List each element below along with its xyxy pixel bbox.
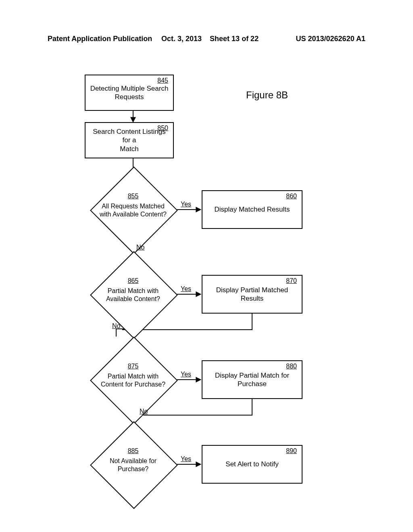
label-no-875: No	[140, 408, 148, 415]
label-no-865: No	[112, 322, 120, 330]
ref-880: 880	[286, 363, 297, 370]
label-yes-865: Yes	[181, 285, 191, 293]
label-no-855: No	[136, 244, 144, 251]
step-845-text: Detecting Multiple SearchRequests	[86, 84, 173, 102]
decision-855: 855 All Requests Matchedwith Available C…	[94, 193, 172, 218]
step-870-text: Display Partial Matched Results	[202, 286, 302, 303]
label-yes-855: Yes	[181, 201, 191, 208]
pub-type: Patent Application Publication	[48, 35, 152, 43]
decision-885-text: Not Available forPurchase?	[110, 457, 156, 472]
decision-885: 885 Not Available forPurchase?	[101, 447, 165, 473]
step-850: 850 Search Content Listings for aMatch	[85, 122, 174, 158]
ref-860: 860	[286, 193, 297, 200]
pub-date-text: Oct. 3, 2013	[161, 35, 202, 43]
step-880-text: Display Partial Match forPurchase	[211, 371, 293, 389]
pub-date: Oct. 3, 2013 Sheet 13 of 22	[161, 35, 259, 43]
ref-865: 865	[98, 277, 168, 285]
ref-850: 850	[157, 125, 168, 132]
ref-890: 890	[286, 447, 297, 455]
pub-number: US 2013/0262620 A1	[296, 35, 365, 43]
step-880: 880 Display Partial Match forPurchase	[202, 360, 302, 399]
label-yes-875: Yes	[181, 371, 191, 378]
step-890: 890 Set Alert to Notify	[202, 445, 302, 484]
ref-845: 845	[157, 77, 168, 84]
decision-865: 865 Partial Match withAvailable Content?	[98, 277, 168, 303]
decision-865-text: Partial Match withAvailable Content?	[106, 287, 160, 302]
ref-885: 885	[101, 447, 165, 455]
step-860: 860 Display Matched Results	[202, 190, 302, 229]
step-870: 870 Display Partial Matched Results	[202, 275, 302, 314]
figure-label: Figure 8B	[246, 89, 288, 101]
label-yes-885: Yes	[181, 455, 191, 463]
ref-870: 870	[286, 277, 297, 285]
ref-875: 875	[96, 363, 170, 370]
ref-855: 855	[94, 193, 172, 200]
decision-875-text: Partial Match withContent for Purchase?	[101, 373, 165, 388]
page: Patent Application Publication Oct. 3, 2…	[0, 0, 413, 532]
step-845: 845 Detecting Multiple SearchRequests	[85, 75, 174, 111]
decision-855-text: All Requests Matchedwith Available Conte…	[100, 203, 167, 218]
sheet-number: Sheet 13 of 22	[210, 35, 259, 43]
decision-875: 875 Partial Match withContent for Purcha…	[96, 363, 170, 389]
step-890-text: Set Alert to Notify	[221, 460, 282, 468]
step-860-text: Display Matched Results	[210, 205, 294, 214]
